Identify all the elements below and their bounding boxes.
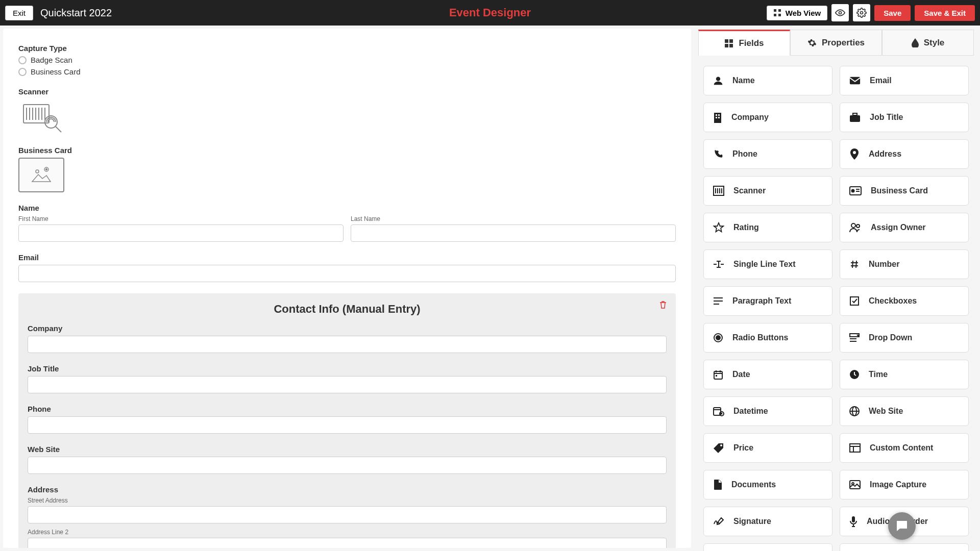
image-icon [849, 480, 861, 489]
field-jobtitle[interactable]: Job Title [840, 103, 969, 132]
field-date[interactable]: Date [703, 360, 832, 389]
website-input[interactable] [28, 457, 667, 474]
drop-icon [912, 38, 919, 47]
card-icon [849, 186, 862, 195]
preview-button[interactable] [831, 4, 849, 21]
first-name-sublabel: First Name [18, 215, 344, 222]
svg-point-72 [720, 444, 722, 446]
last-name-sublabel: Last Name [351, 215, 676, 222]
street-input[interactable] [28, 506, 667, 523]
company-block[interactable]: Company [28, 324, 667, 353]
pin-icon [849, 148, 860, 160]
company-input[interactable] [28, 336, 667, 353]
envelope-icon [849, 76, 861, 86]
field-single-line[interactable]: Single Line Text [703, 249, 832, 279]
layout-icon [849, 443, 861, 453]
tab-fields[interactable]: Fields [698, 30, 790, 56]
svg-point-39 [852, 190, 854, 192]
email-input[interactable] [18, 265, 676, 282]
field-radio[interactable]: Radio Buttons [703, 323, 832, 353]
field-price[interactable]: Price [703, 433, 832, 463]
save-button[interactable]: Save [874, 5, 911, 21]
field-documents[interactable]: Documents [703, 470, 832, 499]
field-label: Business Card [871, 186, 928, 195]
field-checkboxes[interactable]: Checkboxes [840, 286, 969, 316]
tab-label: Properties [822, 38, 865, 48]
field-address[interactable]: Address [840, 139, 969, 169]
field-label: Scanner [733, 186, 766, 195]
globe-icon [849, 406, 860, 416]
bcard-block[interactable]: Business Card [18, 146, 676, 192]
tab-properties[interactable]: Properties [790, 30, 882, 56]
svg-rect-21 [725, 44, 728, 47]
field-paragraph[interactable]: Paragraph Text [703, 286, 832, 316]
last-name-input[interactable] [351, 224, 676, 242]
section-delete-icon[interactable] [659, 300, 667, 309]
capture-type-block[interactable]: Capture Type Badge Scan Business Card [18, 44, 676, 76]
field-scanner[interactable]: Scanner [703, 176, 832, 206]
field-assign-owner[interactable]: Assign Owner [840, 213, 969, 242]
field-website[interactable]: Web Site [840, 396, 969, 426]
tag-icon [713, 443, 724, 453]
svg-rect-64 [716, 375, 717, 377]
field-image-capture[interactable]: Image Capture [840, 470, 969, 499]
radio-label: Business Card [31, 67, 81, 76]
field-label: Radio Buttons [732, 333, 788, 342]
scanner-label: Scanner [18, 87, 676, 96]
field-name[interactable]: Name [703, 66, 832, 95]
jobtitle-input[interactable] [28, 376, 667, 393]
chat-widget[interactable] [888, 512, 916, 540]
field-label: Phone [732, 149, 757, 159]
svg-rect-19 [725, 39, 728, 43]
scanner-widget[interactable] [18, 99, 64, 135]
field-section[interactable]: Section [840, 543, 969, 551]
field-datetime[interactable]: Datetime [703, 396, 832, 426]
svg-rect-60 [714, 371, 722, 379]
company-label: Company [28, 324, 667, 333]
field-custom-content[interactable]: Custom Content [840, 433, 969, 463]
field-dropdown[interactable]: Drop Down [840, 323, 969, 353]
field-email[interactable]: Email [840, 66, 969, 95]
phone-input[interactable] [28, 416, 667, 434]
scanner-block[interactable]: Scanner [18, 87, 676, 135]
settings-button[interactable] [853, 4, 870, 21]
website-label: Web Site [28, 445, 667, 454]
email-block[interactable]: Email [18, 253, 676, 282]
field-time[interactable]: Time [840, 360, 969, 389]
svg-rect-20 [729, 39, 733, 43]
radio-badge-scan[interactable]: Badge Scan [18, 56, 676, 64]
field-signature[interactable]: Signature [703, 507, 832, 536]
field-column-sep[interactable]: Column Separator [703, 543, 832, 551]
web-view-button[interactable]: Web View [767, 6, 827, 20]
address-block[interactable]: Address Street Address Address Line 2 [28, 485, 667, 548]
save-exit-button[interactable]: Save & Exit [915, 5, 975, 21]
svg-rect-2 [774, 14, 776, 16]
svg-rect-3 [778, 14, 781, 16]
eye-icon [835, 8, 845, 18]
field-rating[interactable]: Rating [703, 213, 832, 242]
bcard-widget[interactable] [18, 158, 64, 192]
svg-rect-31 [853, 113, 857, 115]
exit-button[interactable]: Exit [5, 6, 33, 20]
name-block[interactable]: Name First Name Last Name [18, 204, 676, 242]
first-name-input[interactable] [18, 224, 344, 242]
barcode-icon [19, 101, 63, 133]
line2-input[interactable] [28, 538, 667, 548]
radio-business-card[interactable]: Business Card [18, 67, 676, 76]
phone-block[interactable]: Phone [28, 405, 667, 434]
page-title: Event Designer [449, 6, 531, 19]
form-canvas[interactable]: Capture Type Badge Scan Business Card Sc… [3, 29, 691, 548]
jobtitle-block[interactable]: Job Title [28, 364, 667, 393]
radio-label: Badge Scan [31, 56, 72, 64]
fields-icon [724, 39, 733, 48]
tab-style[interactable]: Style [882, 30, 974, 56]
field-number[interactable]: Number [840, 249, 969, 279]
field-company[interactable]: Company [703, 103, 832, 132]
field-label: Rating [733, 223, 759, 232]
section-contact-info[interactable]: Contact Info (Manual Entry) Company Job … [18, 293, 676, 548]
field-phone[interactable]: Phone [703, 139, 832, 169]
website-block[interactable]: Web Site [28, 445, 667, 474]
field-label: Company [731, 113, 769, 122]
field-bcard[interactable]: Business Card [840, 176, 969, 206]
field-label: Drop Down [869, 333, 912, 342]
